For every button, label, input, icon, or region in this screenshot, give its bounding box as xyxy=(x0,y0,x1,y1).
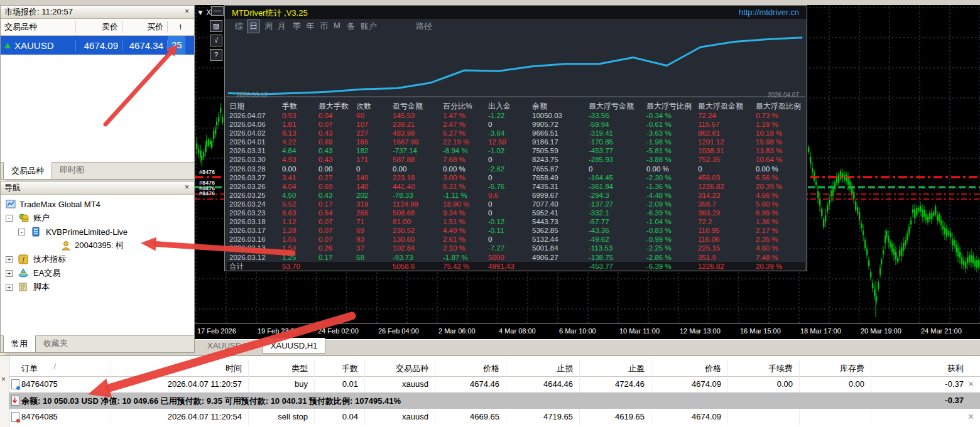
stats-cell: 6.56 % xyxy=(756,173,808,182)
market-watch-tab-0[interactable]: 交易品种 xyxy=(3,162,52,180)
tree-item-6[interactable]: +脚本 xyxy=(1,280,194,294)
expand-icon[interactable]: + xyxy=(6,270,13,277)
stats-cell: 314.23 xyxy=(698,191,756,200)
stats-button-季[interactable]: 季 xyxy=(291,20,303,33)
daily-stats-table: 日期手数最大手数次数盈亏金额百分比%出入金余额最大浮亏金额最大浮亏比例最大浮盈金… xyxy=(227,101,805,271)
chart-tab-XAUUSD,M5[interactable]: XAUUSD,M5 xyxy=(200,339,263,353)
stats-cell: 1.28 xyxy=(282,226,318,235)
column-separator xyxy=(799,409,800,425)
stats-cell: 8243.75 xyxy=(532,155,589,164)
panel-minimize-button[interactable]: — xyxy=(211,6,224,16)
column-separator xyxy=(435,409,435,425)
stats-cell: 4.60 % xyxy=(756,244,808,252)
bid-value: 4674.09 xyxy=(76,40,122,51)
tree-item-0[interactable]: TradeMax Global MT4 xyxy=(1,197,194,211)
order-row-84764075[interactable]: 847640752026.04.07 11:20:57buy0.01xauusd… xyxy=(9,376,980,392)
orders-col-header[interactable]: 获利 xyxy=(947,363,964,374)
time-axis-label: 10 Mar 11:00 xyxy=(619,327,660,335)
stats-button-M[interactable]: M xyxy=(332,20,342,31)
sort-indicator-icon: / xyxy=(54,363,56,370)
stats-cell: 0 xyxy=(488,155,532,164)
time-axis-label: 17 Feb 2026 xyxy=(197,327,236,335)
expand-icon[interactable]: + xyxy=(6,256,13,263)
order-swap: 0.00 xyxy=(849,379,864,389)
close-icon[interactable]: × xyxy=(182,183,192,192)
stats-cell: 1226.82 xyxy=(698,262,756,271)
tree-item-2[interactable]: -KVBPrimeLimited-Live xyxy=(1,225,194,239)
time-axis-label: 12 Mar 13:00 xyxy=(680,327,721,335)
symbol-row-xauusd[interactable]: XAUUSD 4674.09 4674.34 25 xyxy=(1,36,194,55)
market-watch-title: 市场报价: 11:20:57 xyxy=(4,7,73,16)
close-icon[interactable]: × xyxy=(182,7,192,16)
stats-period-buttons: 综日周月季年币M备账户路径 xyxy=(225,19,807,35)
orders-col-header[interactable]: 类型 xyxy=(291,363,308,374)
tree-item-3[interactable]: 20040395: 柯 xyxy=(1,239,194,252)
collapse-icon[interactable]: - xyxy=(6,215,13,222)
orders-col-header[interactable]: 时间 xyxy=(226,363,242,374)
order-price2: 4674.09 xyxy=(692,379,721,389)
order-row-84764085[interactable]: 847640852026.04.07 11:20:54sell stop0.04… xyxy=(9,409,980,425)
stats-button-日[interactable]: 日 xyxy=(248,20,259,33)
stats-cell: 1667.99 xyxy=(393,138,443,146)
tree-item-1[interactable]: -账户 xyxy=(1,211,194,225)
orders-col-id[interactable]: 订单 xyxy=(21,363,38,374)
stats-cell: -2.62 xyxy=(488,165,532,173)
close-icon[interactable]: × xyxy=(1,375,6,384)
stats-col-header: 最大浮亏比例 xyxy=(646,101,698,111)
time-axis-label: 6 Mar 10:00 xyxy=(559,327,596,335)
stats-cell: 0.00 xyxy=(282,165,318,173)
check-tool-icon[interactable]: √ xyxy=(210,35,222,46)
stats-button-综[interactable]: 综 xyxy=(233,20,245,33)
tree-item-label: 脚本 xyxy=(33,281,50,293)
stats-button-备[interactable]: 备 xyxy=(345,20,357,33)
orders-col-header[interactable]: 手数 xyxy=(342,363,358,374)
navigator-tab-1[interactable]: 收藏夹 xyxy=(36,336,75,352)
stats-button-年[interactable]: 年 xyxy=(304,20,316,33)
chart-tool-icon[interactable]: ▨ xyxy=(210,20,222,32)
close-order-icon[interactable]: ✕ xyxy=(967,412,974,421)
stats-row: 2026.03.131.540.2637102.842.10 %-7.27500… xyxy=(227,244,805,252)
tree-item-4[interactable]: +f技术指标 xyxy=(1,252,194,266)
orders-col-header[interactable]: 价格 xyxy=(705,363,721,374)
stats-cell: -6.39 % xyxy=(646,262,698,271)
chart-tab-XAUUSD,H1[interactable]: XAUUSD,H1 xyxy=(263,338,325,354)
stats-button-周[interactable]: 周 xyxy=(263,20,275,33)
stats-cell: 22.19 % xyxy=(443,138,488,146)
stats-col-header: 百分比% xyxy=(443,101,488,111)
axis-label-end: 2026.04.07 xyxy=(768,92,799,99)
stats-button-账户[interactable]: 账户 xyxy=(359,20,379,33)
mtdriver-link[interactable]: http://mtdriver.cn xyxy=(739,8,799,17)
stats-cell: 227 xyxy=(356,129,393,138)
orders-col-header[interactable]: 手续费 xyxy=(768,363,793,374)
stats-cell: 5.60 % xyxy=(756,200,808,208)
time-axis-label: 4 Mar 08:00 xyxy=(499,327,536,335)
orders-col-header[interactable]: 库存费 xyxy=(840,363,864,374)
stats-button-路径[interactable]: 路径 xyxy=(414,20,434,33)
orders-col-header[interactable]: 止盈 xyxy=(628,363,645,374)
stats-col-header: 手数 xyxy=(282,101,318,111)
server-icon xyxy=(31,227,41,237)
collapse-icon[interactable]: - xyxy=(18,229,25,235)
stats-cell: -2.25 % xyxy=(646,244,698,252)
balance-icon xyxy=(11,396,19,406)
column-separator xyxy=(579,360,580,376)
navigator-tab-0[interactable]: 常用 xyxy=(3,335,36,353)
stats-date: 2026.03.24 xyxy=(229,200,282,208)
expand-icon[interactable]: + xyxy=(6,284,13,291)
tree-item-5[interactable]: +EA交易 xyxy=(1,266,194,280)
stats-cell: 140 xyxy=(356,182,393,191)
stats-cell: -1.98 % xyxy=(646,138,698,146)
close-order-icon[interactable]: ✕ xyxy=(967,379,974,389)
stats-button-月[interactable]: 月 xyxy=(276,20,288,33)
stats-cell: 9905.72 xyxy=(532,120,589,129)
stats-cell: 202 xyxy=(356,191,393,200)
market-watch-tab-1[interactable]: 即时图 xyxy=(52,163,92,178)
stats-row: 2026.03.280.000.0000.000.00 %-2.627655.8… xyxy=(227,165,805,173)
orders-col-header[interactable]: 交易品种 xyxy=(396,363,428,374)
stats-date: 2026.03.13 xyxy=(229,244,282,252)
help-tool-icon[interactable]: ? xyxy=(210,49,222,61)
orders-col-header[interactable]: 止损 xyxy=(557,363,573,374)
market-watch-header: 交易品种 卖价 买价 ! xyxy=(1,19,194,36)
orders-col-header[interactable]: 价格 xyxy=(483,363,499,374)
stats-button-币[interactable]: 币 xyxy=(318,20,330,33)
